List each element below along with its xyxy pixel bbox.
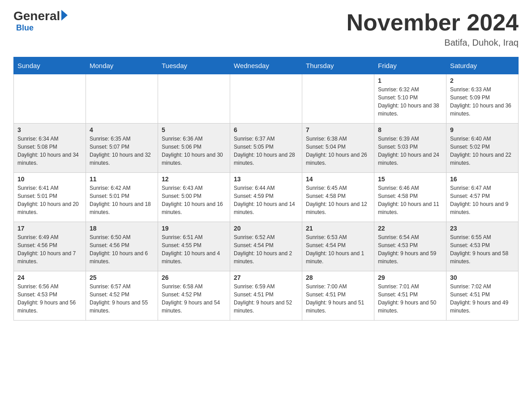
table-row: 12Sunrise: 6:43 AM Sunset: 5:00 PM Dayli… <box>158 173 230 222</box>
table-row <box>302 74 374 124</box>
location: Batifa, Duhok, Iraq <box>347 38 519 48</box>
day-info: Sunrise: 6:38 AM Sunset: 5:04 PM Dayligh… <box>306 135 370 167</box>
header-wednesday: Wednesday <box>230 57 302 74</box>
calendar-row: 24Sunrise: 6:56 AM Sunset: 4:53 PM Dayli… <box>14 271 519 321</box>
logo: General Blue <box>13 9 68 33</box>
logo-arrow-icon <box>61 10 68 21</box>
day-info: Sunrise: 6:40 AM Sunset: 5:02 PM Dayligh… <box>450 135 515 167</box>
day-info: Sunrise: 6:45 AM Sunset: 4:58 PM Dayligh… <box>306 184 370 216</box>
table-row: 16Sunrise: 6:47 AM Sunset: 4:57 PM Dayli… <box>446 173 519 222</box>
page-header: General Blue November 2024 Batifa, Duhok… <box>13 9 519 48</box>
day-number: 25 <box>90 274 154 281</box>
table-row: 13Sunrise: 6:44 AM Sunset: 4:59 PM Dayli… <box>230 173 302 222</box>
day-info: Sunrise: 6:36 AM Sunset: 5:06 PM Dayligh… <box>162 135 226 167</box>
day-info: Sunrise: 6:46 AM Sunset: 4:58 PM Dayligh… <box>378 184 442 216</box>
day-number: 23 <box>450 225 515 232</box>
table-row: 1Sunrise: 6:32 AM Sunset: 5:10 PM Daylig… <box>374 74 446 124</box>
table-row: 8Sunrise: 6:39 AM Sunset: 5:03 PM Daylig… <box>374 124 446 173</box>
day-info: Sunrise: 6:35 AM Sunset: 5:07 PM Dayligh… <box>90 135 154 167</box>
table-row <box>230 74 302 124</box>
day-info: Sunrise: 6:50 AM Sunset: 4:56 PM Dayligh… <box>90 233 154 265</box>
table-row: 29Sunrise: 7:01 AM Sunset: 4:51 PM Dayli… <box>374 271 446 321</box>
day-info: Sunrise: 6:57 AM Sunset: 4:52 PM Dayligh… <box>90 283 154 315</box>
day-number: 13 <box>234 176 298 183</box>
table-row: 4Sunrise: 6:35 AM Sunset: 5:07 PM Daylig… <box>86 124 158 173</box>
day-number: 26 <box>162 274 226 281</box>
day-info: Sunrise: 7:00 AM Sunset: 4:51 PM Dayligh… <box>306 283 370 315</box>
day-info: Sunrise: 6:54 AM Sunset: 4:53 PM Dayligh… <box>378 233 442 265</box>
day-info: Sunrise: 6:52 AM Sunset: 4:54 PM Dayligh… <box>234 233 298 265</box>
day-number: 21 <box>306 225 370 232</box>
table-row: 14Sunrise: 6:45 AM Sunset: 4:58 PM Dayli… <box>302 173 374 222</box>
table-row: 19Sunrise: 6:51 AM Sunset: 4:55 PM Dayli… <box>158 222 230 271</box>
day-number: 17 <box>17 225 82 232</box>
day-info: Sunrise: 6:44 AM Sunset: 4:59 PM Dayligh… <box>234 184 298 216</box>
table-row: 27Sunrise: 6:59 AM Sunset: 4:51 PM Dayli… <box>230 271 302 321</box>
header-sunday: Sunday <box>14 57 86 74</box>
day-number: 27 <box>234 274 298 281</box>
day-number: 7 <box>306 126 370 133</box>
table-row <box>14 74 86 124</box>
day-number: 24 <box>17 274 82 281</box>
day-info: Sunrise: 7:02 AM Sunset: 4:51 PM Dayligh… <box>450 283 515 315</box>
day-number: 4 <box>90 126 154 133</box>
day-info: Sunrise: 6:34 AM Sunset: 5:08 PM Dayligh… <box>17 135 82 167</box>
day-number: 1 <box>378 77 442 84</box>
day-number: 14 <box>306 176 370 183</box>
table-row: 6Sunrise: 6:37 AM Sunset: 5:05 PM Daylig… <box>230 124 302 173</box>
day-number: 15 <box>378 176 442 183</box>
table-row: 7Sunrise: 6:38 AM Sunset: 5:04 PM Daylig… <box>302 124 374 173</box>
day-number: 3 <box>17 126 82 133</box>
day-info: Sunrise: 6:43 AM Sunset: 5:00 PM Dayligh… <box>162 184 226 216</box>
table-row: 3Sunrise: 6:34 AM Sunset: 5:08 PM Daylig… <box>14 124 86 173</box>
table-row <box>86 74 158 124</box>
day-number: 19 <box>162 225 226 232</box>
calendar-row: 10Sunrise: 6:41 AM Sunset: 5:01 PM Dayli… <box>14 173 519 222</box>
table-row: 11Sunrise: 6:42 AM Sunset: 5:01 PM Dayli… <box>86 173 158 222</box>
day-number: 9 <box>450 126 515 133</box>
day-info: Sunrise: 7:01 AM Sunset: 4:51 PM Dayligh… <box>378 283 442 315</box>
day-info: Sunrise: 6:56 AM Sunset: 4:53 PM Dayligh… <box>17 283 82 315</box>
day-info: Sunrise: 6:41 AM Sunset: 5:01 PM Dayligh… <box>17 184 82 216</box>
day-number: 6 <box>234 126 298 133</box>
table-row: 22Sunrise: 6:54 AM Sunset: 4:53 PM Dayli… <box>374 222 446 271</box>
header-thursday: Thursday <box>302 57 374 74</box>
calendar-row: 1Sunrise: 6:32 AM Sunset: 5:10 PM Daylig… <box>14 74 519 124</box>
table-row: 28Sunrise: 7:00 AM Sunset: 4:51 PM Dayli… <box>302 271 374 321</box>
calendar-row: 17Sunrise: 6:49 AM Sunset: 4:56 PM Dayli… <box>14 222 519 271</box>
day-number: 29 <box>378 274 442 281</box>
day-number: 16 <box>450 176 515 183</box>
table-row: 21Sunrise: 6:53 AM Sunset: 4:54 PM Dayli… <box>302 222 374 271</box>
table-row: 24Sunrise: 6:56 AM Sunset: 4:53 PM Dayli… <box>14 271 86 321</box>
logo-general: General <box>13 9 60 23</box>
day-info: Sunrise: 6:33 AM Sunset: 5:09 PM Dayligh… <box>450 86 515 118</box>
table-row: 20Sunrise: 6:52 AM Sunset: 4:54 PM Dayli… <box>230 222 302 271</box>
table-row: 2Sunrise: 6:33 AM Sunset: 5:09 PM Daylig… <box>446 74 519 124</box>
day-number: 11 <box>90 176 154 183</box>
table-row: 25Sunrise: 6:57 AM Sunset: 4:52 PM Dayli… <box>86 271 158 321</box>
day-info: Sunrise: 6:47 AM Sunset: 4:57 PM Dayligh… <box>450 184 515 216</box>
table-row: 15Sunrise: 6:46 AM Sunset: 4:58 PM Dayli… <box>374 173 446 222</box>
day-number: 18 <box>90 225 154 232</box>
table-row <box>158 74 230 124</box>
day-info: Sunrise: 6:51 AM Sunset: 4:55 PM Dayligh… <box>162 233 226 265</box>
day-number: 20 <box>234 225 298 232</box>
day-number: 10 <box>17 176 82 183</box>
day-info: Sunrise: 6:53 AM Sunset: 4:54 PM Dayligh… <box>306 233 370 265</box>
title-section: November 2024 Batifa, Duhok, Iraq <box>347 9 519 48</box>
day-info: Sunrise: 6:55 AM Sunset: 4:53 PM Dayligh… <box>450 233 515 265</box>
day-info: Sunrise: 6:39 AM Sunset: 5:03 PM Dayligh… <box>378 135 442 167</box>
day-number: 2 <box>450 77 515 84</box>
table-row: 18Sunrise: 6:50 AM Sunset: 4:56 PM Dayli… <box>86 222 158 271</box>
day-number: 12 <box>162 176 226 183</box>
month-title: November 2024 <box>347 9 519 36</box>
table-row: 23Sunrise: 6:55 AM Sunset: 4:53 PM Dayli… <box>446 222 519 271</box>
day-number: 30 <box>450 274 515 281</box>
table-row: 17Sunrise: 6:49 AM Sunset: 4:56 PM Dayli… <box>14 222 86 271</box>
header-friday: Friday <box>374 57 446 74</box>
day-info: Sunrise: 6:42 AM Sunset: 5:01 PM Dayligh… <box>90 184 154 216</box>
table-row: 5Sunrise: 6:36 AM Sunset: 5:06 PM Daylig… <box>158 124 230 173</box>
calendar-table: Sunday Monday Tuesday Wednesday Thursday… <box>13 57 519 321</box>
header-saturday: Saturday <box>446 57 519 74</box>
day-info: Sunrise: 6:37 AM Sunset: 5:05 PM Dayligh… <box>234 135 298 167</box>
